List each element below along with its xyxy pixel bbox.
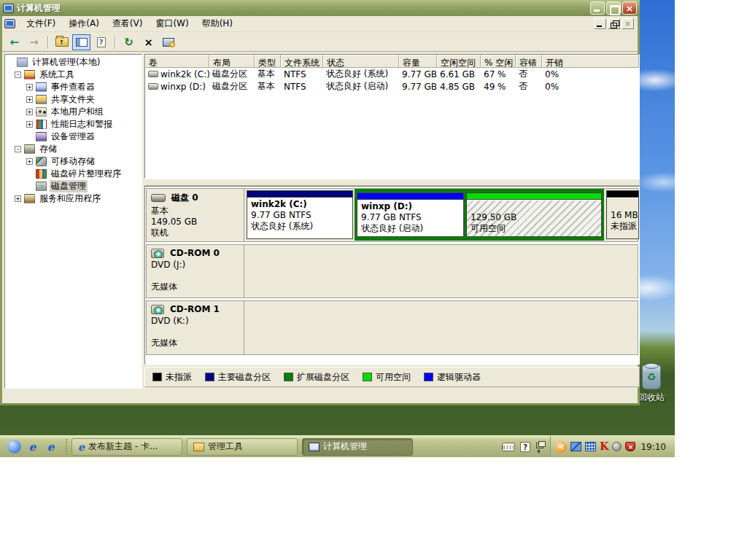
cdrom0-header[interactable]: CD-ROM 0 DVD (J:) 无媒体 [147,245,244,298]
volume-icon[interactable] [612,442,622,451]
internet-explorer-icon[interactable]: e [26,440,39,454]
tree-item-system-tools[interactable]: - 系统工具 [5,69,142,81]
expand-icon[interactable]: + [26,84,33,90]
expand-icon[interactable]: + [26,121,33,128]
views-button[interactable] [159,34,177,50]
column-header-layout[interactable]: 布局 [209,55,255,68]
network-icon[interactable] [570,442,581,451]
tree-item-services-applications[interactable]: + 服务和应用程序 [5,192,142,205]
expand-icon[interactable]: + [26,96,33,103]
task-button-computer-management[interactable]: 计算机管理 [302,438,413,456]
security-alert-icon[interactable]: × [625,442,635,451]
tree-item-label[interactable]: 存储 [38,143,58,155]
browser-icon[interactable]: e [44,440,58,454]
column-header-faulttolerance[interactable]: 容错 [516,55,542,68]
title-bar[interactable]: 计算机管理 × [0,0,640,16]
maximize-button[interactable] [606,1,621,15]
menu-help[interactable]: 帮助(H) [196,15,239,32]
tree-item-removable-storage[interactable]: + 可移动存储 [5,155,142,168]
tree-item-computer-management[interactable]: 计算机管理(本地) [5,56,142,69]
tree-item-label[interactable]: 设备管理器 [50,131,96,143]
volume-row-winxp[interactable]: winxp (D:) 磁盘分区 基本 NTFS 状态良好 (启动) 9.77 G… [145,80,639,93]
back-button[interactable]: ← [5,34,23,50]
task-button-forum-post[interactable]: e 发布新主题 - 卡... [71,438,182,456]
column-header-capacity[interactable]: 容量 [399,55,437,68]
firewall-icon[interactable] [585,442,596,451]
volume-list-header: 卷 布局 类型 文件系统 状态 容量 空闲空间 % 空闲 容错 开销 [145,55,639,68]
computer-management-window: 计算机管理 × 文件(F) 操作(A) 查看(V) 窗口(W) 帮助(H) × … [0,0,640,405]
tree-item-performance-logs[interactable]: + 性能日志和警报 [5,118,142,131]
unallocated-region[interactable]: 16 MB 未指派 [606,190,639,239]
tree-item-label[interactable]: 磁盘管理 [50,180,88,192]
free-space-bar [467,193,601,200]
tree-item-label[interactable]: 服务和应用程序 [38,192,102,205]
mdi-close-button[interactable]: × [622,18,634,29]
partition-winxp[interactable]: winxp (D:) 9.77 GB NTFS 状态良好 (启动) [357,192,464,237]
clock[interactable]: 19:10 [639,442,669,452]
tree-item-label[interactable]: 系统工具 [38,69,76,81]
properties-button[interactable]: ? [92,34,110,50]
disk-management-icon [36,182,47,191]
tree-item-shared-folders[interactable]: + 共享文件夹 [5,93,142,106]
language-help-icon[interactable]: ? [520,442,530,452]
tree-item-event-viewer[interactable]: + 事件查看器 [5,81,142,93]
mdi-minimize-button[interactable] [594,18,606,29]
expand-icon[interactable]: + [15,195,21,202]
collapse-icon[interactable]: - [15,146,21,152]
collapse-icon[interactable]: - [15,71,21,78]
tree-item-local-users-groups[interactable]: + 本地用户和组 [5,106,142,118]
tree-item-label[interactable]: 计算机管理(本地) [31,56,101,69]
menu-action[interactable]: 操作(A) [62,15,106,32]
task-button-admin-tools[interactable]: 管理工具 [187,438,298,456]
show-console-tree-button[interactable] [72,34,90,50]
console-tree: 计算机管理(本地) - 系统工具 + 事件查看器 + 共享文件夹 + 本地用户和… [4,54,142,389]
legend-free-space: 可用空间 [363,371,411,384]
column-header-filesystem[interactable]: 文件系统 [281,55,323,68]
tree-item-label[interactable]: 事件查看器 [50,81,96,93]
volume-cell: 9.77 GB [399,80,437,93]
mdi-restore-button[interactable] [608,18,620,29]
up-one-level-button[interactable]: ↑ [53,34,71,50]
tree-item-disk-defragmenter[interactable]: 磁盘碎片整理程序 [5,168,142,180]
column-header-overhead[interactable]: 开销 [542,55,639,68]
event-viewer-icon [36,82,47,92]
kaspersky-icon[interactable]: K [600,442,608,451]
keyboard-layout-icon[interactable] [502,443,515,451]
window-title: 计算机管理 [17,2,590,15]
partition-wink2k[interactable]: wink2k (C:) 9.77 GB NTFS 状态良好 (系统) [247,190,353,239]
column-header-type[interactable]: 类型 [255,55,281,68]
tree-item-device-manager[interactable]: 设备管理器 [5,131,142,143]
menu-file[interactable]: 文件(F) [20,15,62,32]
minimize-button[interactable] [590,1,605,15]
menu-view[interactable]: 查看(V) [106,15,150,32]
messenger-icon[interactable] [7,440,21,454]
free-space-region[interactable]: 129.50 GB 可用空间 [466,192,602,237]
refresh-button[interactable]: ↻ [120,34,138,50]
column-header-status[interactable]: 状态 [323,55,399,68]
tree-item-label[interactable]: 性能日志和警报 [50,118,114,131]
forward-button[interactable]: → [25,34,43,50]
tree-item-storage[interactable]: - 存储 [5,143,142,155]
column-header-freespace[interactable]: 空闲空间 [437,55,481,68]
tree-item-label[interactable]: 本地用户和组 [50,106,105,118]
column-header-percentfree[interactable]: % 空闲 [481,55,516,68]
expand-icon[interactable]: + [26,158,33,165]
close-button[interactable]: × [622,1,637,15]
expand-icon[interactable]: + [26,109,33,115]
disk0-status: 联机 [151,228,239,238]
tree-item-disk-management[interactable]: 磁盘管理 [5,180,142,192]
pane-splitter[interactable] [144,179,640,186]
language-bar-restore-icon[interactable]: ▾ [535,441,546,453]
menu-window[interactable]: 窗口(W) [149,15,195,32]
recycle-bin-icon[interactable]: ♻ [642,365,661,389]
hide-icons-chevron[interactable]: < [555,441,567,453]
cdrom1-header[interactable]: CD-ROM 1 DVD (K:) 无媒体 [147,301,244,354]
volume-row-wink2k[interactable]: wink2k (C:) 磁盘分区 基本 NTFS 状态良好 (系统) 9.77 … [145,68,639,80]
delete-button[interactable]: × [139,34,158,50]
tree-item-label[interactable]: 可移动存储 [50,155,96,168]
column-header-volume[interactable]: 卷 [145,55,209,68]
disk0-header[interactable]: 磁盘 0 基本 149.05 GB 联机 [147,189,244,241]
volume-cell: 否 [516,68,542,80]
tree-item-label[interactable]: 磁盘碎片整理程序 [50,168,123,180]
tree-item-label[interactable]: 共享文件夹 [50,93,96,106]
